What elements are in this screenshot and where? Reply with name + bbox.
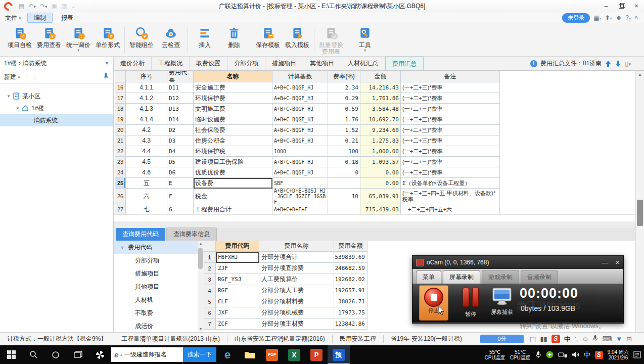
- cell-base[interactable]: A+B+C-BQGF_HJ: [272, 167, 328, 178]
- cell-fee-name[interactable]: 分部分项合计: [259, 252, 334, 263]
- cell-row-number[interactable]: 16: [115, 82, 126, 93]
- cell-row-number[interactable]: 19: [115, 114, 126, 125]
- sogou-icon[interactable]: S: [551, 335, 560, 343]
- undo-icon[interactable]: ↶▾: [28, 0, 36, 13]
- query-column-header[interactable]: 费用金额: [334, 241, 367, 252]
- cell-name[interactable]: 工程费用合计: [194, 204, 272, 215]
- cell-code[interactable]: D5: [167, 157, 194, 167]
- cell-remark[interactable]: (一+二+三)*费率: [401, 135, 500, 146]
- keyboard-icon[interactable]: ⌨: [602, 335, 612, 343]
- screen-capture-button[interactable]: 屏幕捕获: [488, 288, 516, 316]
- query-column-header[interactable]: 费用代码: [216, 241, 259, 252]
- cell-row-number[interactable]: 7: [204, 318, 216, 330]
- edge-icon[interactable]: e: [216, 345, 239, 364]
- ribbon-button-insert[interactable]: 插入: [190, 23, 219, 55]
- cell-amount[interactable]: 0.00: [360, 178, 401, 189]
- grid-row[interactable]: 26 六 F 税金 A+B+C+D+E-BQSJ_HJ-JGCLF-JGZCF-…: [115, 189, 500, 204]
- cell-base[interactable]: A+B+C-BQGF_HJ: [272, 104, 328, 114]
- cell-base[interactable]: A+B+C-BQGF_HJ: [272, 157, 328, 167]
- tray-clock[interactable]: 9:04 周六2021/2/6: [608, 349, 629, 360]
- menu-tab-编制[interactable]: 编制: [27, 13, 53, 23]
- cell-remark[interactable]: (一+二+三)*费率: [401, 167, 500, 178]
- tray-green-plus-icon[interactable]: [546, 351, 554, 358]
- move-up-icon[interactable]: ↑: [25, 73, 28, 80]
- cell-row-number[interactable]: 17: [115, 93, 126, 104]
- cell-name[interactable]: 社会保险费: [194, 125, 272, 135]
- pause-button[interactable]: 暂停: [459, 288, 482, 318]
- ribbon-button-doc-form[interactable]: ≡ 单价形式: [93, 23, 122, 55]
- cell-name[interactable]: 环境保护费: [194, 93, 272, 104]
- ribbon-button-tools[interactable]: 工具 ▾: [350, 23, 380, 55]
- cell-code[interactable]: D13: [167, 104, 194, 114]
- cell-base[interactable]: A+B+C+D+E-BQSJ_HJ-JGCLF-JGZCF-JGSBF: [272, 189, 328, 204]
- cell-base[interactable]: A+B+C-BQGF_HJ: [272, 93, 328, 104]
- view-tab-其他项目[interactable]: 其他项目: [303, 57, 341, 70]
- cell-remark[interactable]: (一+二+三)*费率: [401, 114, 500, 125]
- cpu-temp-2[interactable]: 51℃CPU温度: [510, 349, 531, 360]
- fee-code-tree-item-分部分项[interactable]: 分部分项: [114, 254, 198, 267]
- pause-icon[interactable]: ▮▮: [540, 335, 547, 343]
- cell-remark[interactable]: (一+二+三)*费率: [401, 82, 500, 93]
- cell-fee-code[interactable]: RGF: [216, 285, 259, 296]
- new-button[interactable]: 新建 ▾: [4, 73, 20, 81]
- ribbon-button-save[interactable]: 保存模板: [253, 23, 283, 55]
- start-button[interactable]: [0, 345, 22, 364]
- cell-seq[interactable]: 4.2: [126, 125, 167, 135]
- cell-fee-amount[interactable]: 38026.71: [334, 296, 367, 307]
- cell-amount[interactable]: 715,439.03: [360, 204, 401, 215]
- cortana-icon[interactable]: [44, 345, 67, 364]
- query-table-row[interactable]: 4 RGF 分部分项人工费 192657.91: [204, 285, 367, 296]
- view-tab-工程概况[interactable]: 工程概况: [152, 57, 190, 70]
- cell-fee-name[interactable]: 分部分项材料费: [259, 296, 334, 307]
- cell-amount[interactable]: 65,039.91: [360, 189, 401, 204]
- cell-base[interactable]: A+B+C-BQGF_HJ: [272, 114, 328, 125]
- search-go-button[interactable]: 搜索一下: [183, 347, 216, 362]
- cell-fee-code[interactable]: RGF_YSJ: [216, 274, 259, 285]
- cell-fee-code[interactable]: ZCF: [216, 318, 259, 330]
- cell-fee-amount[interactable]: 123842.86: [334, 318, 367, 330]
- cell-row-number[interactable]: 3: [204, 274, 216, 285]
- punctuation-icon[interactable]: ’,: [575, 335, 578, 343]
- cell-fee-amount[interactable]: 17973.75: [334, 307, 367, 318]
- cell-remark[interactable]: Σ（设备单价×设备工程量）: [401, 178, 500, 189]
- cell-amount[interactable]: 1,761.86: [360, 93, 401, 104]
- query-tab-查询费率信息[interactable]: 查询费率信息: [166, 228, 217, 241]
- cell-amount[interactable]: 1,000.00: [360, 146, 401, 157]
- cell-amount[interactable]: 0.00: [360, 167, 401, 178]
- emoji-icon[interactable]: ☺: [582, 335, 588, 343]
- view-tab-措施项目[interactable]: 措施项目: [265, 57, 303, 70]
- cell-name[interactable]: 临时设施费: [194, 114, 272, 125]
- grid-column-header[interactable]: 序号: [126, 71, 167, 82]
- cell-rate[interactable]: 2.34: [328, 82, 360, 93]
- pdf-app-icon[interactable]: PDF: [261, 345, 283, 364]
- query-table-row[interactable]: 7 ZCF 分部分项主材费 123842.86: [204, 318, 367, 330]
- cell-row-number[interactable]: 25: [115, 178, 126, 189]
- cell-amount[interactable]: 14,216.43: [360, 82, 401, 93]
- expander-icon[interactable]: ∨: [120, 245, 125, 250]
- cell-row-number[interactable]: 4: [204, 285, 216, 296]
- cell-row-number[interactable]: 6: [204, 307, 216, 318]
- tray-mic-icon[interactable]: [535, 351, 541, 358]
- arrow-up-icon[interactable]: [605, 60, 612, 67]
- upload-icon[interactable]: ⬆▾: [605, 14, 612, 21]
- pinwheel-app-icon[interactable]: [89, 345, 111, 364]
- cell-row-number[interactable]: 1: [204, 252, 216, 263]
- ocam-title-bar[interactable]: oCam (0, 0, 1366, 768) — ×: [412, 256, 623, 269]
- tray-ime-icon[interactable]: 中: [584, 350, 590, 359]
- cell-rate[interactable]: 0.59: [328, 104, 360, 114]
- ribbon-button-doc-coin[interactable]: ¥ 费用查看: [34, 23, 64, 55]
- cell-fee-name[interactable]: 人工费预算价: [259, 274, 334, 285]
- vertical-scrollbar[interactable]: ▲: [635, 71, 644, 332]
- cell-fee-name[interactable]: 分部分项主材费: [259, 318, 334, 330]
- ocam-tab-屏幕录制[interactable]: 屏幕录制: [443, 270, 480, 284]
- grid-column-header[interactable]: 名称: [194, 71, 272, 82]
- tree-item-某小区[interactable]: ▼ 某小区: [0, 90, 113, 102]
- grid-row[interactable]: 16 4.1.1 D11 安全施工费 A+B+C-BQGF_HJ 2.34 14…: [115, 82, 500, 93]
- grid-row[interactable]: 20 4.2 D2 社会保险费 A+B+C-BQGF_HJ 1.52 9,234…: [115, 125, 500, 135]
- cell-row-number[interactable]: 18: [115, 104, 126, 114]
- move-down-icon[interactable]: ↓: [33, 73, 36, 80]
- help-icon[interactable]: ?▾: [625, 14, 631, 21]
- query-table-row[interactable]: 6 JXF 分部分项机械费 17973.75: [204, 307, 367, 318]
- fee-code-tree-item-其他项目[interactable]: 其他项目: [114, 280, 198, 293]
- search-icon[interactable]: [22, 345, 44, 364]
